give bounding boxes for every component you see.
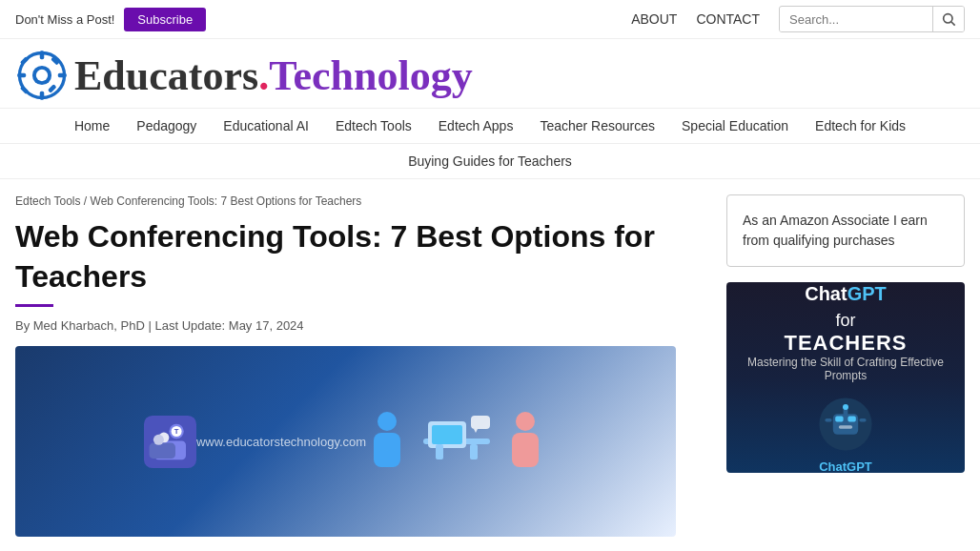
top-bar: Don't Miss a Post! Subscribe ABOUT CONTA… xyxy=(0,0,980,39)
search-input[interactable] xyxy=(780,8,932,31)
svg-marker-31 xyxy=(474,429,478,433)
article-meta: By Med Kharbach, PhD | Last Update: May … xyxy=(15,318,707,333)
svg-rect-41 xyxy=(825,418,831,422)
ad-subtitle: Mastering the Skill of Crafting Effectiv… xyxy=(740,356,951,382)
feature-site-url: www.educatorstechnology.com xyxy=(196,435,366,449)
feature-image: T www.educatorstechnology.com xyxy=(15,346,676,537)
logo-area: Educators.Technology xyxy=(0,39,980,108)
top-bar-right: ABOUT CONTACT xyxy=(631,6,965,32)
nav-edtech-tools[interactable]: Edtech Tools xyxy=(322,109,425,143)
svg-rect-37 xyxy=(847,416,855,421)
svg-rect-5 xyxy=(17,73,26,77)
svg-point-20 xyxy=(153,434,164,444)
svg-rect-28 xyxy=(436,444,443,459)
svg-rect-3 xyxy=(40,51,44,59)
sidebar-ad-title: ChatGPT xyxy=(805,282,887,305)
nav-pedagogy[interactable]: Pedagogy xyxy=(123,109,210,143)
main-nav: Home Pedagogy Educational AI Edtech Tool… xyxy=(0,108,980,144)
search-button[interactable] xyxy=(932,7,964,31)
svg-rect-38 xyxy=(839,425,852,429)
desk-icon xyxy=(419,408,495,475)
sidebar-ad[interactable]: ChatGPT for TEACHERS Mastering the Skill… xyxy=(726,282,965,473)
article-title: Web Conferencing Tools: 7 Best Options f… xyxy=(15,217,707,296)
ad-robot-area xyxy=(817,396,874,456)
ad-teachers-label: TEACHERS xyxy=(784,331,907,356)
svg-rect-24 xyxy=(387,450,395,467)
nav-educational-ai[interactable]: Educational AI xyxy=(210,109,322,143)
search-box xyxy=(779,6,965,32)
nav-teacher-resources[interactable]: Teacher Resources xyxy=(526,109,668,143)
about-link[interactable]: ABOUT xyxy=(631,11,677,27)
nav-edtech-apps[interactable]: Edtech Apps xyxy=(425,109,527,143)
person-1-icon xyxy=(366,408,409,475)
svg-point-32 xyxy=(516,412,535,431)
amazon-associate-box: As an Amazon Associate I earn from quali… xyxy=(726,194,965,267)
logo-text: Educators.Technology xyxy=(74,51,473,100)
svg-rect-27 xyxy=(432,425,462,444)
breadcrumb-part1[interactable]: Edtech Tools xyxy=(15,194,81,208)
logo[interactable]: Educators.Technology xyxy=(15,49,473,102)
svg-rect-4 xyxy=(40,92,44,100)
amazon-text: As an Amazon Associate I earn from quali… xyxy=(743,211,949,251)
top-bar-left: Don't Miss a Post! Subscribe xyxy=(15,8,206,31)
svg-point-40 xyxy=(843,404,848,410)
svg-rect-29 xyxy=(470,444,478,459)
person-2-icon xyxy=(504,408,547,475)
nav-buying-guides[interactable]: Buying Guides for Teachers xyxy=(395,148,585,174)
title-underline xyxy=(15,304,53,307)
content-area: Edtech Tools / Web Conferencing Tools: 7… xyxy=(0,179,980,551)
gear-icon xyxy=(15,49,69,102)
breadcrumb: Edtech Tools / Web Conferencing Tools: 7… xyxy=(15,194,707,208)
search-icon xyxy=(941,11,956,27)
nav-edtech-kids[interactable]: Edtech for Kids xyxy=(802,109,919,143)
article-date: | Last Update: May 17, 2024 xyxy=(148,318,303,333)
nav-row-2: Buying Guides for Teachers xyxy=(0,144,980,179)
article-author: By Med Kharbach, PhD xyxy=(15,318,145,333)
nav-home[interactable]: Home xyxy=(61,109,123,143)
svg-rect-23 xyxy=(379,450,387,467)
svg-rect-30 xyxy=(471,416,490,429)
breadcrumb-separator: / xyxy=(81,194,91,208)
svg-point-12 xyxy=(36,70,48,81)
contact-link[interactable]: CONTACT xyxy=(696,11,760,27)
illustration xyxy=(366,408,547,475)
robot-icon xyxy=(817,396,874,453)
nav-special-education[interactable]: Special Education xyxy=(668,109,802,143)
breadcrumb-part2: Web Conferencing Tools: 7 Best Options f… xyxy=(91,194,362,208)
svg-text:T: T xyxy=(174,427,179,436)
svg-rect-6 xyxy=(58,73,67,77)
subscribe-button[interactable]: Subscribe xyxy=(124,8,206,31)
teams-logo-icon: T xyxy=(144,416,196,468)
sidebar: As an Amazon Associate I earn from quali… xyxy=(726,194,965,537)
ad-gpt-label: GPT xyxy=(847,283,887,304)
svg-rect-33 xyxy=(512,433,539,467)
dont-miss-text: Don't Miss a Post! xyxy=(15,12,114,27)
main-content: Edtech Tools / Web Conferencing Tools: 7… xyxy=(15,194,707,537)
ad-brand-label: ChatGPT xyxy=(819,459,872,474)
svg-rect-19 xyxy=(149,442,175,459)
svg-point-21 xyxy=(378,412,397,431)
svg-rect-36 xyxy=(835,416,843,421)
ad-chat-label: Chat xyxy=(805,283,847,304)
svg-line-1 xyxy=(951,22,955,26)
svg-rect-42 xyxy=(859,418,866,422)
svg-point-0 xyxy=(944,14,952,23)
ad-for-label: for xyxy=(835,311,855,331)
